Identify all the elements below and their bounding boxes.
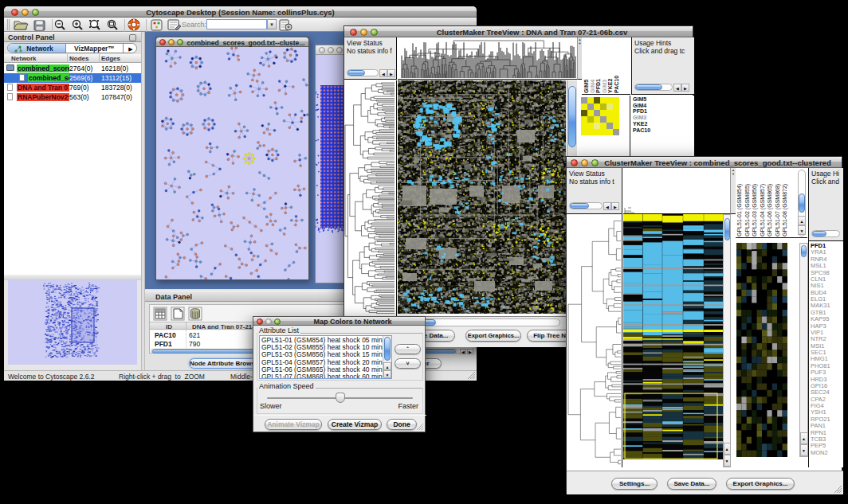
svg-text:GPL51-01 (GSM854): GPL51-01 (GSM854)	[736, 184, 743, 236]
svg-text:GIM5: GIM5	[583, 80, 589, 93]
svg-text:GPL51-07 (GSM868): GPL51-07 (GSM868)	[775, 184, 781, 236]
svg-text:PFD1: PFD1	[595, 79, 601, 93]
svg-text:PAC10: PAC10	[614, 76, 619, 93]
svg-text:GPL51-08 (GSM872): GPL51-08 (GSM872)	[782, 184, 788, 236]
svg-text:GIM4: GIM4	[590, 80, 595, 93]
svg-text:GIM3: GIM3	[602, 80, 607, 93]
svg-text:GPL51-02 (GSM855): GPL51-02 (GSM855)	[744, 184, 751, 236]
svg-text:GPL51-06 (GSM865): GPL51-06 (GSM865)	[767, 184, 773, 236]
svg-text:YKE2: YKE2	[607, 79, 613, 93]
svg-text:GPL51-04 (GSM857): GPL51-04 (GSM857)	[760, 184, 766, 236]
svg-text:GPL51-03 (GSM856): GPL51-03 (GSM856)	[752, 184, 758, 236]
